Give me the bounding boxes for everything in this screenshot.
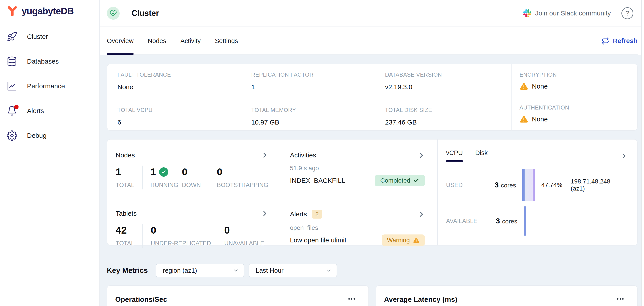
nodes-down: 0 DOWN xyxy=(182,164,200,188)
chevron-right-icon[interactable] xyxy=(418,211,425,218)
tablets-total: 42 TOTAL xyxy=(116,222,134,247)
key-metrics-title: Key Metrics xyxy=(107,266,148,275)
stat-value: 6 xyxy=(118,119,251,126)
alert-name: open_files xyxy=(290,224,425,231)
stat-label: AUTHENTICATION xyxy=(520,104,637,111)
sidebar-item-label: Performance xyxy=(27,82,65,90)
operations-chart-card: Operations/Sec xyxy=(107,285,369,306)
tablets-unavailable: 0 UNAVAILABLE xyxy=(224,222,264,247)
brand-name: yugabyteDB xyxy=(22,6,74,16)
sidebar-item-debug[interactable]: Debug xyxy=(0,123,99,148)
tab-nodes[interactable]: Nodes xyxy=(148,27,166,55)
sidebar-item-alerts[interactable]: Alerts xyxy=(0,99,99,123)
stat-total-disk: TOTAL DISK SIZE 237.46 GB xyxy=(385,107,432,126)
cluster-tabbar: Overview Nodes Activity Settings Refresh xyxy=(100,27,644,55)
sidebar-item-label: Alerts xyxy=(27,107,44,115)
stat-fault-tolerance: FAULT TOLERANCE None xyxy=(118,72,251,100)
gear-icon xyxy=(7,130,17,141)
chevron-down-icon xyxy=(233,267,239,274)
chevron-right-icon[interactable] xyxy=(261,210,268,217)
stat-value: 10.97 GB xyxy=(251,119,385,126)
chart-title: Average Latency (ms) xyxy=(384,296,457,304)
security-stats: ENCRYPTION None AUTHENTICATION xyxy=(511,64,637,130)
help-glyph: ? xyxy=(626,9,630,17)
nodes-section: Nodes 1 TOTAL 1 xyxy=(107,140,281,196)
key-metrics-charts: Operations/Sec Average Latency (ms) xyxy=(107,285,638,306)
tab-settings[interactable]: Settings xyxy=(215,27,238,55)
usage-column: vCPU Disk USED 3 cores xyxy=(437,140,637,245)
slack-icon xyxy=(523,9,531,17)
stat-authentication: AUTHENTICATION None xyxy=(520,104,637,124)
app-root: yugabyteDB Cluster xyxy=(0,0,644,306)
stat-value: None xyxy=(532,116,548,123)
stat-value: None xyxy=(118,83,251,91)
chevron-right-icon[interactable] xyxy=(261,152,268,159)
stat-value: 1 xyxy=(251,83,385,91)
sidebar-item-label: Debug xyxy=(27,132,46,139)
check-icon xyxy=(413,178,419,183)
activity-name: INDEX_BACKFILL xyxy=(290,177,345,184)
brand-logo[interactable]: yugabyteDB xyxy=(0,0,99,19)
scrollbar-track[interactable] xyxy=(641,0,644,306)
nodes-running: 1 RUNNING xyxy=(150,164,178,188)
database-icon xyxy=(7,56,17,67)
latency-chart-card: Average Latency (ms) xyxy=(376,285,638,306)
page-title: Cluster xyxy=(132,8,159,18)
cluster-summary-card: Nodes 1 TOTAL 1 xyxy=(107,139,638,246)
stat-total-vcpu: TOTAL VCPU 6 xyxy=(118,107,251,126)
page-header: Cluster Join our Slack community ? xyxy=(100,0,644,27)
more-options-icon[interactable] xyxy=(616,295,625,304)
stat-value: None xyxy=(532,83,548,90)
stat-label: REPLICATION FACTOR xyxy=(251,72,385,78)
help-icon[interactable]: ? xyxy=(622,7,634,19)
sidebar: yugabyteDB Cluster xyxy=(0,0,100,306)
activities-title: Activities xyxy=(290,152,316,159)
more-options-icon[interactable] xyxy=(347,295,356,304)
warning-triangle-icon xyxy=(520,115,528,124)
alert-message: Low open file ulimit xyxy=(290,236,346,244)
tab-activity[interactable]: Activity xyxy=(180,27,201,55)
sidebar-item-performance[interactable]: Performance xyxy=(0,74,99,99)
time-range-select[interactable]: Last Hour xyxy=(248,264,337,277)
usage-value: 3 xyxy=(496,217,500,225)
nodes-total: 1 TOTAL xyxy=(116,164,134,188)
sidebar-item-databases[interactable]: Databases xyxy=(0,49,99,74)
status-badge-warning: Warning xyxy=(382,234,425,246)
stats-left: FAULT TOLERANCE None REPLICATION FACTOR … xyxy=(107,64,511,130)
region-select-value: region (az1) xyxy=(163,267,197,274)
refresh-button[interactable]: Refresh xyxy=(601,27,638,55)
bell-icon xyxy=(7,106,17,116)
chart-title: Operations/Sec xyxy=(115,296,167,304)
usage-percent: 47.74% xyxy=(542,181,562,188)
rocket-icon xyxy=(7,31,17,42)
metric-divider xyxy=(209,165,209,189)
chevron-right-icon[interactable] xyxy=(418,152,425,159)
stat-database-version: DATABASE VERSION v2.19.3.0 xyxy=(385,72,442,100)
tab-vcpu[interactable]: vCPU xyxy=(446,149,463,162)
sidebar-nav: Cluster Databases xyxy=(0,24,99,148)
alerts-count-badge: 2 xyxy=(312,210,322,219)
stat-replication-factor: REPLICATION FACTOR 1 xyxy=(251,72,385,100)
time-range-value: Last Hour xyxy=(256,267,284,274)
metric-divider xyxy=(142,165,143,189)
stat-total-memory: TOTAL MEMORY 10.97 GB xyxy=(251,107,385,126)
sidebar-item-cluster[interactable]: Cluster xyxy=(0,24,99,49)
region-select[interactable]: region (az1) xyxy=(156,264,244,277)
cluster-health-icon xyxy=(107,7,120,20)
stat-label: ENCRYPTION xyxy=(520,72,637,78)
stat-label: TOTAL DISK SIZE xyxy=(385,107,432,113)
warning-triangle-icon xyxy=(413,237,420,244)
usage-unit: cores xyxy=(501,182,516,189)
usage-label: AVAILABLE xyxy=(446,218,496,225)
slack-community-link[interactable]: Join our Slack community xyxy=(523,9,611,17)
stat-label: TOTAL VCPU xyxy=(118,107,251,113)
tab-disk[interactable]: Disk xyxy=(475,149,488,162)
stat-label: DATABASE VERSION xyxy=(385,72,442,78)
tab-overview[interactable]: Overview xyxy=(107,27,134,55)
stat-value: v2.19.3.0 xyxy=(385,83,442,91)
chevron-right-icon[interactable] xyxy=(620,152,628,159)
usage-used-row: USED 3 cores 47.74% 198.71.48.248 (az1) xyxy=(446,169,625,201)
status-badge-completed: Completed xyxy=(375,175,425,186)
usage-tabs: vCPU Disk xyxy=(446,140,625,162)
cluster-stats-card: FAULT TOLERANCE None REPLICATION FACTOR … xyxy=(107,64,638,131)
